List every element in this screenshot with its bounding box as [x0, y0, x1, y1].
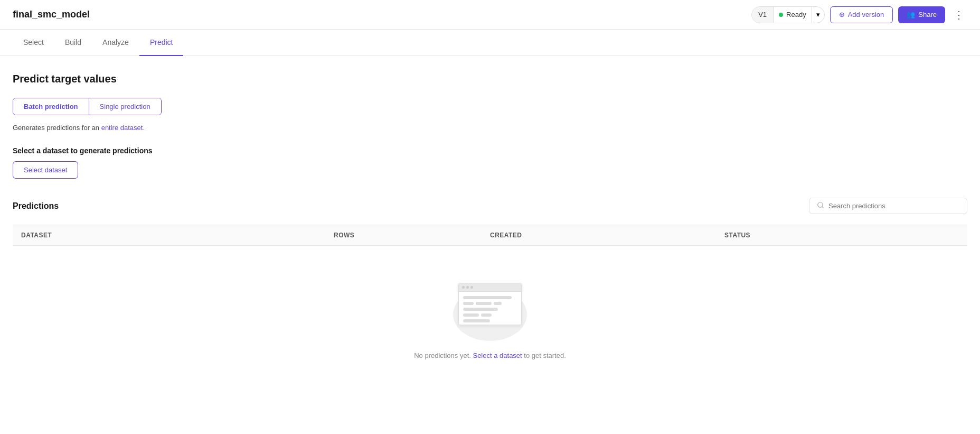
browser-bar: [459, 283, 521, 292]
empty-state-text: No predictions yet. Select a dataset to …: [414, 352, 566, 359]
batch-prediction-button[interactable]: Batch prediction: [13, 98, 89, 115]
search-icon: [817, 201, 824, 210]
page-title: Predict target values: [13, 73, 967, 85]
empty-browser-graphic: [458, 283, 522, 325]
more-options-button[interactable]: ⋮: [950, 7, 967, 22]
search-predictions-input[interactable]: [828, 202, 959, 210]
tab-build[interactable]: Build: [54, 30, 92, 56]
header: final_smc_model V1 Ready ▾ ⊕ Add version…: [0, 0, 980, 30]
dataset-section-label: Select a dataset to generate predictions: [13, 146, 967, 155]
tabs-nav: Select Build Analyze Predict: [0, 30, 980, 56]
description-highlight: entire dataset.: [101, 124, 145, 132]
browser-content: [459, 292, 521, 325]
status-label: Ready: [786, 11, 806, 19]
plus-icon: ⊕: [839, 11, 845, 19]
predictions-section-title: Predictions: [13, 201, 59, 211]
version-status-badge: V1 Ready ▾: [751, 6, 824, 23]
status-ready: Ready: [774, 7, 812, 23]
version-dropdown-button[interactable]: ▾: [812, 7, 824, 23]
add-version-button[interactable]: ⊕ Add version: [830, 6, 893, 23]
predictions-header: Predictions: [13, 198, 967, 214]
model-title: final_smc_model: [13, 9, 90, 20]
batch-description: Generates predictions for an entire data…: [13, 124, 967, 132]
svg-line-1: [822, 207, 824, 208]
predictions-table: Dataset Rows Created Status: [13, 225, 967, 391]
single-prediction-button[interactable]: Single prediction: [89, 98, 161, 115]
status-dot-icon: [779, 13, 783, 17]
select-dataset-button[interactable]: Select dataset: [13, 161, 78, 179]
empty-state: No predictions yet. Select a dataset to …: [13, 246, 967, 391]
col-header-rows: Rows: [334, 232, 490, 239]
header-actions: V1 Ready ▾ ⊕ Add version 👥 Share ⋮: [751, 6, 967, 23]
col-header-dataset: Dataset: [21, 232, 334, 239]
col-header-created: Created: [490, 232, 724, 239]
select-dataset-link[interactable]: Select a dataset: [473, 352, 522, 359]
users-icon: 👥: [907, 11, 915, 19]
tab-select[interactable]: Select: [13, 30, 54, 56]
tab-predict[interactable]: Predict: [139, 30, 184, 56]
chevron-down-icon: ▾: [816, 11, 820, 19]
version-tag: V1: [752, 7, 774, 23]
prediction-type-toggle: Batch prediction Single prediction: [13, 98, 162, 115]
search-predictions-box[interactable]: [809, 198, 967, 214]
tab-analyze[interactable]: Analyze: [92, 30, 139, 56]
table-header-row: Dataset Rows Created Status: [13, 225, 967, 246]
main-content: Predict target values Batch prediction S…: [0, 56, 980, 408]
share-button[interactable]: 👥 Share: [898, 6, 945, 23]
empty-illustration: [448, 278, 532, 341]
col-header-status: Status: [724, 232, 959, 239]
